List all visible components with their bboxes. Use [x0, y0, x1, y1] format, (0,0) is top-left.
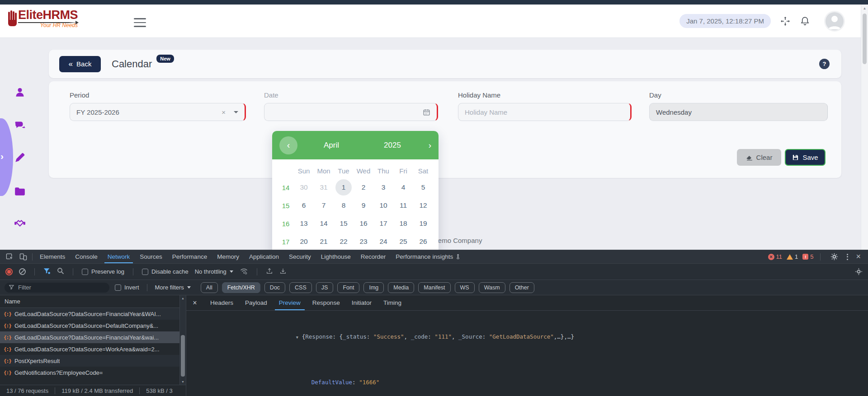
datepicker-day[interactable]: 2 [354, 178, 373, 196]
datepicker-day[interactable]: 26 [413, 233, 433, 251]
device-toolbar-icon[interactable] [16, 250, 30, 263]
avatar[interactable] [826, 12, 844, 30]
user-icon[interactable] [14, 87, 26, 98]
devtools-tab[interactable]: Sources [135, 250, 167, 263]
filter-chip[interactable]: Fetch/XHR [222, 282, 260, 293]
datepicker-day[interactable]: 5 [413, 178, 433, 196]
scrollbar-thumb[interactable] [863, 14, 867, 64]
datepicker-day[interactable]: 17 [373, 214, 393, 233]
scroll-up-icon[interactable]: ▲ [180, 297, 186, 300]
datepicker-month[interactable]: April [297, 141, 365, 150]
request-list-scrollbar[interactable]: ▲ ▼ [179, 295, 186, 385]
pencil-icon[interactable] [14, 152, 26, 163]
filter-input[interactable] [18, 284, 105, 291]
folder-icon[interactable] [14, 186, 26, 197]
request-row[interactable]: {:} GetLoadDataSource?DataSource=Financi… [0, 331, 186, 343]
filter-chip[interactable]: Doc [264, 282, 285, 293]
settings-gear-icon[interactable] [827, 253, 841, 261]
detail-tab[interactable]: Payload [239, 295, 273, 310]
filter-chip[interactable]: JS [316, 282, 334, 293]
detail-tab[interactable]: Headers [204, 295, 239, 310]
search-icon[interactable] [57, 267, 64, 276]
datepicker-day[interactable]: 8 [334, 196, 354, 214]
request-row[interactable]: {:} GetNotifications?EmployeeCode= [0, 367, 186, 378]
menu-toggle-icon[interactable] [134, 18, 146, 30]
request-list-header[interactable]: Name [0, 295, 186, 308]
datepicker-day[interactable]: 6 [294, 196, 314, 214]
json-line[interactable]: ▼DefaultValue: "1666" [193, 360, 868, 396]
period-select[interactable]: FY 2025-2026 × [70, 103, 246, 121]
more-options-icon[interactable] [845, 254, 849, 260]
devtools-tab[interactable]: Network [103, 250, 135, 263]
datepicker-day[interactable]: 12 [413, 196, 433, 214]
record-network-log-button[interactable] [5, 268, 13, 275]
holiday-input-box[interactable] [458, 103, 632, 121]
chat-icon[interactable] [14, 119, 26, 131]
filter-chip[interactable]: All [201, 282, 218, 293]
sidebar-expander[interactable]: › [0, 118, 13, 196]
chevron-down-icon[interactable] [234, 111, 238, 113]
scroll-up-icon[interactable]: ▲ [861, 6, 868, 10]
export-har-icon[interactable] [279, 267, 287, 276]
scroll-down-icon[interactable]: ▼ [180, 380, 186, 383]
filter-funnel-icon[interactable] [43, 268, 51, 276]
expand-arrow-icon[interactable]: ▼ [296, 333, 302, 342]
devtools-tab[interactable]: Elements [35, 250, 70, 263]
request-row[interactable]: {:} GetLoadDataSource?DataSource=WorkAre… [0, 343, 186, 355]
filter-chip[interactable]: CSS [289, 282, 312, 293]
date-input[interactable] [271, 108, 423, 116]
devtools-tab[interactable]: Recorder [356, 250, 391, 263]
clear-selection-icon[interactable]: × [222, 108, 226, 116]
devtools-tab[interactable]: Application [244, 250, 284, 263]
fullscreen-move-icon[interactable] [780, 16, 791, 27]
page-scrollbar[interactable]: ▲ [861, 5, 868, 250]
datepicker-day[interactable]: 1 [335, 179, 352, 196]
bell-icon[interactable] [800, 16, 810, 26]
clear-button[interactable]: Clear [737, 149, 781, 166]
request-row[interactable]: {:} GetLoadDataSource?DataSource=Financi… [0, 308, 186, 320]
close-detail-icon[interactable]: × [189, 295, 201, 310]
filter-input-box[interactable] [5, 283, 109, 293]
help-button[interactable]: ? [819, 59, 830, 69]
preserve-log-checkbox[interactable]: Preserve log [82, 268, 124, 275]
save-button[interactable]: Save [785, 149, 826, 166]
filter-chip[interactable]: WS [455, 282, 475, 293]
datepicker-day[interactable]: 21 [314, 233, 334, 251]
datepicker-day[interactable]: 7 [314, 196, 334, 214]
detail-tab[interactable]: Response [307, 295, 346, 310]
scrollbar-thumb[interactable] [181, 335, 185, 377]
invert-checkbox[interactable]: Invert [115, 284, 139, 291]
detail-tab[interactable]: Preview [273, 295, 307, 310]
close-devtools-icon[interactable]: × [854, 252, 863, 261]
filter-chip[interactable]: Other [509, 282, 534, 293]
prev-month-button[interactable]: ‹ [279, 136, 297, 154]
filter-chip[interactable]: Manifest [418, 282, 450, 293]
inspect-element-icon[interactable] [3, 250, 16, 263]
network-settings-gear-icon[interactable] [855, 268, 863, 275]
issues-badge[interactable]: !5 [802, 253, 813, 260]
datepicker-day[interactable]: 30 [294, 178, 314, 196]
import-har-icon[interactable] [266, 267, 273, 276]
request-row[interactable]: {:} GetLoadDataSource?DataSource=Default… [0, 320, 186, 331]
datepicker-day[interactable]: 11 [393, 196, 413, 214]
holiday-input[interactable] [465, 108, 624, 116]
devtools-tab[interactable]: Memory [212, 250, 244, 263]
datepicker-day[interactable]: 23 [354, 233, 373, 251]
datepicker-day[interactable]: 31 [314, 178, 334, 196]
error-badge[interactable]: ✕11 [768, 253, 783, 260]
datepicker-day[interactable]: 10 [373, 196, 393, 214]
filter-chip[interactable]: Img [363, 282, 384, 293]
datepicker-day[interactable]: 22 [334, 233, 354, 251]
detail-tab[interactable]: Initiator [346, 295, 377, 310]
datepicker-day[interactable]: 18 [393, 214, 413, 233]
request-row[interactable]: {:} PostXpertsResult [0, 355, 186, 367]
datepicker-year[interactable]: 2025 [365, 141, 420, 150]
datepicker-day[interactable]: 25 [393, 233, 413, 251]
datepicker-day[interactable]: 15 [334, 214, 354, 233]
back-button[interactable]: « Back [59, 56, 101, 72]
datepicker-day[interactable]: 24 [373, 233, 393, 251]
disable-cache-checkbox[interactable]: Disable cache [142, 268, 189, 275]
datepicker-day[interactable]: 16 [354, 214, 373, 233]
next-month-button[interactable]: › [420, 140, 431, 150]
throttling-select[interactable]: No throttling [195, 268, 233, 275]
